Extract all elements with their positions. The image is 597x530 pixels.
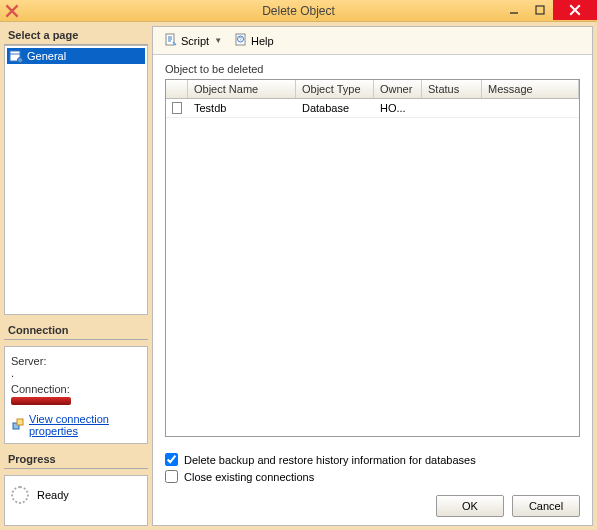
col-object-type[interactable]: Object Type (296, 80, 374, 98)
toolbar: Script ▼ ? Help (153, 27, 592, 55)
delete-backup-checkbox[interactable] (165, 453, 178, 466)
cell-status (422, 99, 482, 117)
view-connection-properties-link[interactable]: View connection properties (29, 413, 141, 437)
objects-grid: Object Name Object Type Owner Status Mes… (165, 79, 580, 437)
connection-section: Server: . Connection: View connection pr… (4, 346, 148, 444)
col-status[interactable]: Status (422, 80, 482, 98)
progress-status: Ready (37, 489, 69, 501)
close-connections-label: Close existing connections (184, 471, 314, 483)
svg-rect-4 (17, 419, 23, 425)
main-area: Object to be deleted Object Name Object … (153, 55, 592, 445)
grid-header: Object Name Object Type Owner Status Mes… (166, 80, 579, 99)
chevron-down-icon: ▼ (214, 36, 222, 45)
help-label: Help (251, 35, 274, 47)
select-page-header: Select a page (4, 26, 148, 45)
close-icon-left[interactable] (2, 2, 22, 20)
svg-point-2 (18, 58, 23, 63)
col-object-name[interactable]: Object Name (188, 80, 296, 98)
progress-header: Progress (4, 450, 148, 469)
server-value: . (11, 367, 141, 379)
window-title: Delete Object (262, 4, 335, 18)
svg-rect-0 (536, 6, 544, 14)
cell-type: Database (296, 99, 374, 117)
col-message[interactable]: Message (482, 80, 579, 98)
script-button[interactable]: Script ▼ (159, 30, 227, 52)
cell-owner: HO... (374, 99, 422, 117)
connection-props-icon (11, 417, 25, 433)
cell-name: Testdb (188, 99, 296, 117)
page-list: General (4, 45, 148, 315)
right-panel: Script ▼ ? Help Object to be deleted Obj… (152, 26, 593, 526)
progress-spinner-icon (11, 486, 29, 504)
connection-header: Connection (4, 321, 148, 340)
col-owner[interactable]: Owner (374, 80, 422, 98)
server-label: Server: (11, 355, 141, 367)
options-area: Delete backup and restore history inform… (153, 445, 592, 489)
help-button[interactable]: ? Help (229, 30, 279, 52)
close-connections-checkbox[interactable] (165, 470, 178, 483)
close-button[interactable] (553, 0, 597, 20)
button-row: OK Cancel (153, 489, 592, 525)
svg-text:?: ? (239, 36, 242, 42)
left-panel: Select a page General Connection Server:… (4, 26, 148, 526)
maximize-button[interactable] (527, 0, 553, 20)
connection-value (11, 395, 141, 407)
cell-message (482, 99, 579, 117)
page-item-label: General (27, 50, 66, 62)
help-icon: ? (234, 33, 248, 49)
script-label: Script (181, 35, 209, 47)
window-controls (501, 0, 597, 20)
cancel-button[interactable]: Cancel (512, 495, 580, 517)
ok-button[interactable]: OK (436, 495, 504, 517)
page-item-general[interactable]: General (7, 48, 145, 64)
title-bar: Delete Object (0, 0, 597, 22)
redacted-value (11, 397, 71, 405)
delete-backup-label: Delete backup and restore history inform… (184, 454, 476, 466)
table-row[interactable]: Testdb Database HO... (166, 99, 579, 118)
objects-group-label: Object to be deleted (165, 63, 580, 75)
minimize-button[interactable] (501, 0, 527, 20)
page-icon (9, 49, 23, 63)
progress-section: Ready (4, 475, 148, 526)
col-check (166, 80, 188, 98)
connection-label: Connection: (11, 383, 141, 395)
row-check[interactable] (166, 99, 188, 117)
script-icon (164, 33, 178, 49)
